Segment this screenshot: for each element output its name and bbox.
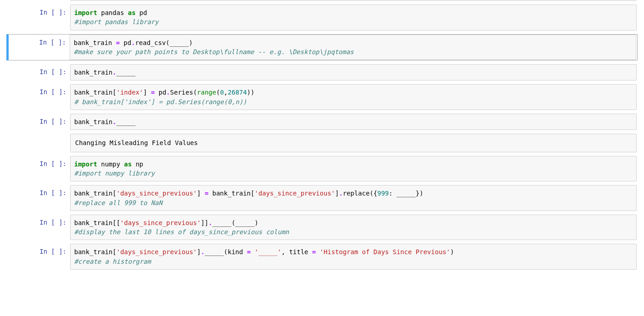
cell-prompt — [6, 134, 70, 152]
code-input[interactable]: import pandas as pd #import pandas libra… — [70, 5, 637, 30]
raw-input[interactable]: Changing Misleading Field Values — [70, 134, 637, 152]
cell-prompt: In [ ]: — [6, 156, 70, 182]
code: bank_train['days_since_previous'] = bank… — [74, 189, 633, 207]
code: bank_train[['days_since_previous']].____… — [74, 218, 633, 237]
cell-prompt: In [ ]: — [6, 215, 70, 241]
code-input[interactable]: import numpy as np #import numpy library — [70, 156, 637, 182]
cell-prompt: In [ ]: — [6, 5, 70, 30]
code-cell[interactable]: In [ ]: import numpy as np #import numpy… — [6, 156, 638, 182]
code-input[interactable]: bank_train['index'] = pd.Series(range(0,… — [70, 84, 637, 110]
code: bank_train['index'] = pd.Series(range(0,… — [74, 88, 633, 106]
cell-prompt: In [ ]: — [6, 84, 70, 110]
code-cell[interactable]: In [ ]: bank_train._____ — [6, 114, 638, 130]
code: bank_train._____ — [74, 117, 633, 126]
code-input[interactable]: bank_train['days_since_previous'] = bank… — [70, 185, 637, 211]
cell-prompt: In [ ]: — [6, 244, 70, 270]
cell-prompt: In [ ]: — [6, 185, 70, 211]
cell-prompt: In [ ]: — [9, 35, 70, 60]
code-input[interactable]: bank_train[['days_since_previous']].____… — [70, 215, 637, 241]
code: bank_train = pd.read_csv(_____) #make su… — [74, 38, 632, 57]
raw-cell[interactable]: Changing Misleading Field Values — [6, 134, 638, 152]
code-input[interactable]: bank_train = pd.read_csv(_____) #make su… — [70, 35, 636, 60]
code-input[interactable]: bank_train['days_since_previous']._____(… — [70, 244, 637, 270]
code-input[interactable] — [70, 0, 637, 1]
cell-prompt: In [ ]: — [6, 0, 70, 1]
code-cell[interactable]: In [ ]: import pandas as pd #import pand… — [6, 5, 638, 30]
code: import pandas as pd #import pandas libra… — [74, 8, 633, 27]
code-cell[interactable]: In [ ]: bank_train[['days_since_previous… — [6, 215, 638, 241]
code-cell-selected[interactable]: In [ ]: bank_train = pd.read_csv(_____) … — [6, 34, 638, 61]
code-cell[interactable]: In [ ]: bank_train['days_since_previous'… — [6, 244, 638, 270]
code-cell[interactable]: In [ ]: — [6, 0, 638, 1]
code-cell[interactable]: In [ ]: bank_train['days_since_previous'… — [6, 185, 638, 211]
code-input[interactable]: bank_train._____ — [70, 114, 637, 130]
cell-prompt: In [ ]: — [6, 114, 70, 130]
code: bank_train['days_since_previous']._____(… — [74, 247, 633, 266]
code: import numpy as np #import numpy library — [74, 160, 633, 178]
code-input[interactable]: bank_train._____ — [70, 64, 637, 80]
cell-prompt: In [ ]: — [6, 64, 70, 80]
code-cell[interactable]: In [ ]: bank_train._____ — [6, 64, 638, 80]
notebook: In [ ]: In [ ]: import pandas as pd #imp… — [0, 0, 644, 270]
raw-text: Changing Misleading Field Values — [75, 139, 198, 146]
code: bank_train._____ — [74, 68, 633, 77]
code-cell[interactable]: In [ ]: bank_train['index'] = pd.Series(… — [6, 84, 638, 110]
